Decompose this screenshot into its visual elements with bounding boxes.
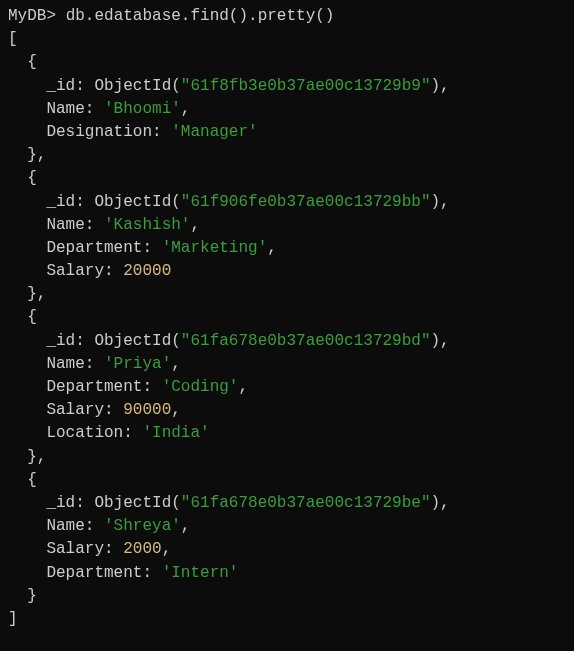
objectid-value: "61f906fe0b37ae00c13729bb" xyxy=(181,193,431,211)
field-key: _id xyxy=(46,332,75,350)
field-key: Department xyxy=(46,378,142,396)
string-value: 'Manager' xyxy=(171,123,257,141)
objectid-function: ObjectId( xyxy=(94,332,180,350)
document-field: Name: 'Shreya', xyxy=(8,515,566,538)
document-open-brace: { xyxy=(8,306,566,329)
field-key: Name xyxy=(46,517,84,535)
document-open-brace: { xyxy=(8,51,566,74)
string-value: 'Shreya' xyxy=(104,517,181,535)
string-value: 'Priya' xyxy=(104,355,171,373)
document-field: Location: 'India' xyxy=(8,422,566,445)
document-field: Department: 'Marketing', xyxy=(8,237,566,260)
document-field: Salary: 20000 xyxy=(8,260,566,283)
document-field: Salary: 90000, xyxy=(8,399,566,422)
objectid-value: "61f8fb3e0b37ae00c13729b9" xyxy=(181,77,431,95)
array-close: ] xyxy=(8,608,566,631)
field-key: Department xyxy=(46,564,142,582)
document-field: _id: ObjectId("61fa678e0b37ae00c13729bd"… xyxy=(8,330,566,353)
prompt-line[interactable]: MyDB> db.edatabase.find().pretty() xyxy=(8,5,566,28)
field-key: Name xyxy=(46,355,84,373)
terminal-output: MyDB> db.edatabase.find().pretty() [ { _… xyxy=(8,5,566,631)
document-close-brace: }, xyxy=(8,446,566,469)
string-value: 'Intern' xyxy=(162,564,239,582)
field-key: Salary xyxy=(46,540,104,558)
field-key: Department xyxy=(46,239,142,257)
document-field: _id: ObjectId("61f8fb3e0b37ae00c13729b9"… xyxy=(8,75,566,98)
document-close-brace: }, xyxy=(8,144,566,167)
field-key: Location xyxy=(46,424,123,442)
objectid-function: ObjectId( xyxy=(94,77,180,95)
document-field: Designation: 'Manager' xyxy=(8,121,566,144)
string-value: 'Kashish' xyxy=(104,216,190,234)
document-field: Name: 'Kashish', xyxy=(8,214,566,237)
field-key: Name xyxy=(46,216,84,234)
document-open-brace: { xyxy=(8,469,566,492)
document-field: Department: 'Coding', xyxy=(8,376,566,399)
document-field: Name: 'Bhoomi', xyxy=(8,98,566,121)
string-value: 'India' xyxy=(142,424,209,442)
document-field: _id: ObjectId("61f906fe0b37ae00c13729bb"… xyxy=(8,191,566,214)
objectid-value: "61fa678e0b37ae00c13729bd" xyxy=(181,332,431,350)
field-key: _id xyxy=(46,77,75,95)
shell-prompt: MyDB> xyxy=(8,7,56,25)
query-result-container: { _id: ObjectId("61f8fb3e0b37ae00c13729b… xyxy=(8,51,566,608)
string-value: 'Bhoomi' xyxy=(104,100,181,118)
field-key: Designation xyxy=(46,123,152,141)
number-value: 2000 xyxy=(123,540,161,558)
command-text: db.edatabase.find().pretty() xyxy=(66,7,335,25)
document-field: _id: ObjectId("61fa678e0b37ae00c13729be"… xyxy=(8,492,566,515)
field-key: Salary xyxy=(46,262,104,280)
document-field: Salary: 2000, xyxy=(8,538,566,561)
document-close-brace: } xyxy=(8,585,566,608)
number-value: 90000 xyxy=(123,401,171,419)
number-value: 20000 xyxy=(123,262,171,280)
document-field: Department: 'Intern' xyxy=(8,562,566,585)
field-key: Name xyxy=(46,100,84,118)
field-key: Salary xyxy=(46,401,104,419)
document-close-brace: }, xyxy=(8,283,566,306)
document-open-brace: { xyxy=(8,167,566,190)
document-field: Name: 'Priya', xyxy=(8,353,566,376)
field-key: _id xyxy=(46,494,75,512)
field-key: _id xyxy=(46,193,75,211)
array-open: [ xyxy=(8,28,566,51)
string-value: 'Marketing' xyxy=(162,239,268,257)
objectid-value: "61fa678e0b37ae00c13729be" xyxy=(181,494,431,512)
string-value: 'Coding' xyxy=(162,378,239,396)
objectid-function: ObjectId( xyxy=(94,494,180,512)
objectid-function: ObjectId( xyxy=(94,193,180,211)
